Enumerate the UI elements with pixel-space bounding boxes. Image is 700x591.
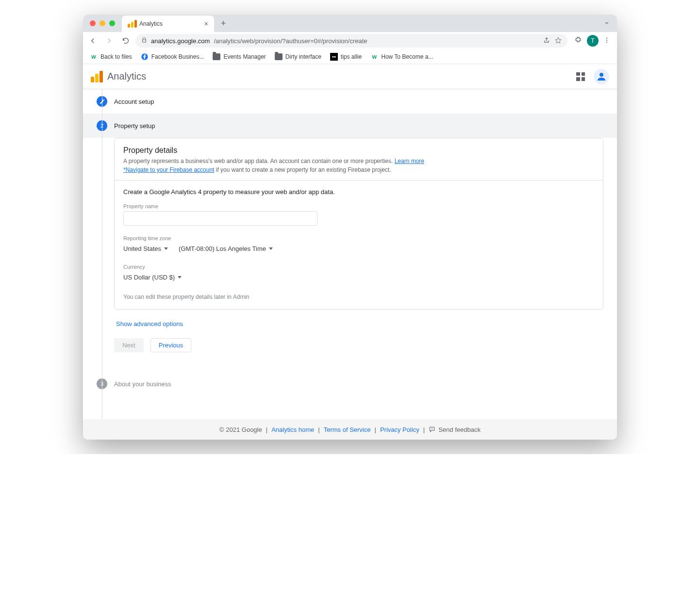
property-name-label: Property name (123, 203, 594, 209)
svg-point-0 (606, 37, 607, 38)
currency-dropdown[interactable]: US Dollar (USD $) (123, 272, 594, 283)
bookmarks-bar: w Back to files Facebook Busines... Even… (83, 49, 617, 64)
forward-button[interactable] (102, 34, 116, 48)
bookmark-label: Events Manager (223, 53, 266, 60)
extensions-icon[interactable] (574, 36, 582, 46)
step-account-setup[interactable]: Account setup (83, 89, 617, 114)
bookmark-label: tips allie (341, 53, 362, 60)
copyright-text: © 2021 Google (219, 426, 262, 433)
window-controls (90, 20, 115, 26)
analytics-logo-icon (91, 71, 102, 82)
dropdown-value: US Dollar (USD $) (123, 274, 175, 281)
analytics-icon (128, 20, 135, 28)
bookmark-item[interactable]: Dirty interface (275, 53, 321, 61)
svg-point-2 (606, 42, 607, 43)
bookmark-icon: w (90, 53, 98, 61)
account-avatar[interactable] (594, 69, 609, 84)
property-details-card: Property details A property represents a… (114, 138, 603, 310)
svg-point-4 (600, 73, 603, 77)
card-description: A property represents a business's web a… (123, 157, 594, 174)
step-about-business[interactable]: 3 About your business (83, 367, 617, 396)
main-content: Account setup 2 Property setup Property … (83, 89, 617, 419)
privacy-link[interactable]: Privacy Policy (380, 426, 419, 433)
bookmark-item[interactable]: ●● tips allie (330, 53, 362, 61)
lock-icon (141, 37, 147, 45)
step-label: About your business (114, 380, 171, 388)
url-path: /analytics/web/provision/?authuser=0#/pr… (214, 37, 367, 45)
tab-title: Analytics (139, 20, 163, 27)
card-title: Property details (123, 146, 594, 155)
extensions-area: T (570, 35, 614, 47)
back-button[interactable] (86, 34, 100, 48)
terms-link[interactable]: Terms of Service (324, 426, 371, 433)
browser-tab[interactable]: Analytics × (122, 16, 214, 32)
analytics-home-link[interactable]: Analytics home (271, 426, 314, 433)
currency-label: Currency (123, 264, 594, 270)
timezone-label: Reporting time zone (123, 235, 594, 241)
tabs-chevron-icon[interactable] (603, 19, 610, 28)
feedback-icon (429, 426, 435, 433)
dropdown-value: (GMT-08:00) Los Angeles Time (179, 245, 266, 252)
maximize-window[interactable] (109, 20, 115, 26)
chevron-down-icon (269, 247, 273, 250)
chevron-down-icon (178, 276, 182, 279)
timezone-value-dropdown[interactable]: (GMT-08:00) Los Angeles Time (179, 243, 273, 254)
svg-point-1 (606, 39, 607, 40)
property-name-input[interactable] (123, 211, 317, 226)
url-domain: analytics.google.com (151, 37, 210, 45)
close-tab-icon[interactable]: × (204, 20, 208, 28)
medium-icon: ●● (330, 53, 338, 61)
previous-button[interactable]: Previous (150, 338, 192, 352)
bookmark-item[interactable]: Facebook Busines... (141, 53, 204, 61)
step-label: Account setup (114, 98, 154, 105)
bookmark-item[interactable]: w How To Become a... (370, 53, 433, 61)
minimize-window[interactable] (100, 20, 105, 26)
titlebar: Analytics × + (83, 15, 617, 32)
browser-window: Analytics × + analytics.google.com/analy… (83, 15, 617, 440)
close-window[interactable] (90, 20, 96, 26)
dropdown-value: United States (123, 245, 161, 252)
app-header: Analytics (83, 64, 617, 89)
chevron-down-icon (164, 247, 168, 250)
bookmark-label: Back to files (100, 53, 132, 60)
app-title: Analytics (107, 71, 146, 82)
folder-icon (213, 53, 220, 61)
bookmark-label: How To Become a... (381, 53, 433, 60)
address-bar[interactable]: analytics.google.com/analytics/web/provi… (135, 34, 567, 48)
new-tab-button[interactable]: + (221, 18, 226, 29)
page-footer: © 2021 Google | Analytics home | Terms o… (83, 419, 617, 440)
facebook-icon (141, 53, 149, 61)
profile-avatar[interactable]: T (587, 35, 599, 47)
step-property-setup[interactable]: 2 Property setup (83, 114, 617, 138)
bookmark-label: Dirty interface (285, 53, 321, 60)
folder-icon (275, 53, 283, 61)
kebab-menu-icon[interactable] (603, 37, 610, 45)
star-icon[interactable] (555, 37, 562, 45)
bookmark-icon: w (370, 53, 378, 61)
address-bar-row: analytics.google.com/analytics/web/provi… (83, 32, 617, 49)
send-feedback-link[interactable]: Send feedback (429, 426, 481, 433)
step-label: Property setup (114, 122, 155, 130)
card-lead-text: Create a Google Analytics 4 property to … (123, 188, 594, 196)
bookmark-item[interactable]: w Back to files (90, 53, 132, 61)
step-buttons: Next Previous (114, 338, 617, 352)
bookmark-label: Facebook Busines... (151, 53, 204, 60)
share-icon[interactable] (543, 37, 550, 45)
timezone-country-dropdown[interactable]: United States (123, 243, 168, 254)
show-advanced-options-link[interactable]: Show advanced options (116, 320, 617, 328)
next-button[interactable]: Next (114, 338, 144, 352)
bookmark-item[interactable]: Events Manager (213, 53, 266, 61)
firebase-link[interactable]: *Navigate to your Firebase account (123, 166, 214, 173)
learn-more-link[interactable]: Learn more (395, 158, 424, 164)
edit-later-hint: You can edit these property details late… (123, 294, 594, 300)
reload-button[interactable] (119, 34, 133, 48)
apps-grid-icon[interactable] (576, 72, 585, 81)
